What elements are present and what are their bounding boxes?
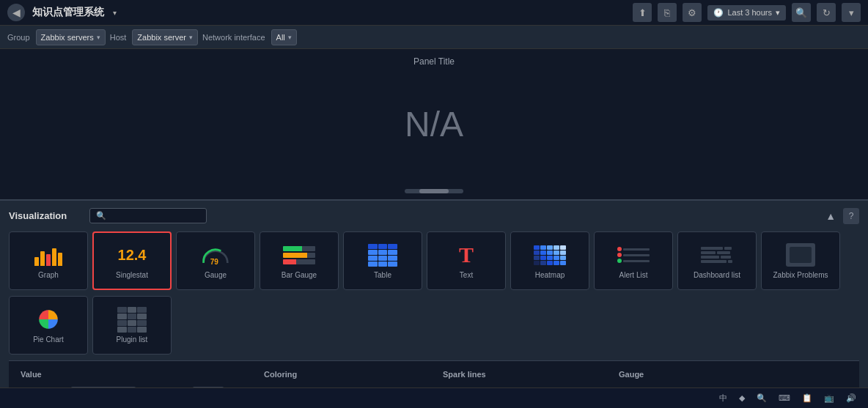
panel-title: Panel Title bbox=[413, 56, 455, 67]
piechart-label: Pie Chart bbox=[33, 335, 64, 344]
viz-card-table[interactable]: Table bbox=[343, 231, 422, 290]
search-icon[interactable]: 🔍 bbox=[792, 3, 811, 22]
taskbar-sound: 🔊 bbox=[842, 392, 861, 404]
singlestat-icon: 12.4 bbox=[116, 242, 148, 268]
pluginlist-label: Plugin list bbox=[117, 335, 148, 344]
host-select[interactable]: Zabbix server ▾ bbox=[132, 29, 198, 45]
taskbar: 中 ◆ 🔍 ⌨ 📋 📺 🔊 bbox=[0, 387, 868, 408]
time-label: Last 3 hours bbox=[727, 8, 772, 17]
pluginlist-icon bbox=[116, 306, 148, 333]
host-caret: ▾ bbox=[189, 34, 193, 41]
graph-icon bbox=[32, 242, 65, 268]
host-label: Host bbox=[110, 33, 127, 42]
text-icon: T bbox=[450, 242, 482, 268]
viz-card-alertlist[interactable]: Alert List bbox=[594, 231, 673, 290]
piechart-icon bbox=[32, 306, 65, 333]
viz-card-graph[interactable]: Graph bbox=[9, 231, 88, 290]
gauge-icon: 79 bbox=[199, 242, 232, 268]
table-label: Table bbox=[374, 271, 391, 279]
gauge-label: Gauge bbox=[205, 271, 227, 279]
heatmap-icon bbox=[534, 242, 566, 268]
time-range[interactable]: 🕐 Last 3 hours ▾ bbox=[707, 5, 786, 21]
help-button[interactable]: ? bbox=[843, 208, 859, 224]
viz-card-piechart[interactable]: Pie Chart bbox=[9, 296, 88, 355]
viz-card-singlestat[interactable]: 12.4 Singlestat bbox=[92, 231, 172, 290]
search-icon: 🔍 bbox=[96, 211, 106, 220]
viz-grid-row2: Pie Chart Plugin list bbox=[9, 296, 859, 355]
sparklines-title: Spark lines bbox=[443, 370, 589, 379]
viz-card-gauge[interactable]: 79 Gauge bbox=[176, 231, 255, 290]
viz-card-bargauge[interactable]: Bar Gauge bbox=[260, 231, 339, 290]
value-section-title: Value bbox=[21, 370, 235, 379]
taskbar-display: 📺 bbox=[820, 392, 839, 404]
refresh-icon[interactable]: ↻ bbox=[817, 3, 836, 22]
taskbar-clipboard: 📋 bbox=[798, 392, 817, 404]
back-button[interactable]: ◀ bbox=[7, 4, 25, 21]
viz-card-text[interactable]: T Text bbox=[427, 231, 506, 290]
viz-card-pluginlist[interactable]: Plugin list bbox=[92, 296, 172, 355]
group-select[interactable]: Zabbix servers ▾ bbox=[36, 29, 106, 45]
bargauge-label: Bar Gauge bbox=[282, 271, 317, 279]
taskbar-search: 🔍 bbox=[752, 392, 771, 404]
refresh-caret[interactable]: ▾ bbox=[842, 3, 861, 22]
clock-icon: 🕐 bbox=[713, 8, 724, 18]
taskbar-icon1: ◆ bbox=[735, 392, 749, 404]
viz-panel: Visualization 🔍 ▲ ? bbox=[0, 199, 868, 408]
dashlist-icon bbox=[701, 242, 733, 268]
network-label: Network interface bbox=[202, 33, 265, 42]
zabbixproblems-label: Zabbix Problems bbox=[773, 271, 828, 279]
main-panel: Panel Title N/A bbox=[0, 49, 868, 199]
navbar: ◀ 知识点管理系统 ▾ ⬆ ⎘ ⚙ 🕐 Last 3 hours ▾ 🔍 ↻ ▾ bbox=[0, 0, 868, 26]
panel-value: N/A bbox=[405, 104, 463, 144]
filterbar: Group Zabbix servers ▾ Host Zabbix serve… bbox=[0, 26, 868, 49]
viz-header: Visualization 🔍 ▲ ? bbox=[9, 208, 859, 224]
singlestat-label: Singlestat bbox=[116, 271, 148, 279]
group-caret: ▾ bbox=[97, 34, 100, 41]
app-title: 知识点管理系统 bbox=[32, 6, 104, 19]
viz-search-input[interactable] bbox=[110, 212, 198, 220]
group-label: Group bbox=[7, 33, 30, 42]
viz-title: Visualization bbox=[9, 210, 82, 221]
network-caret: ▾ bbox=[288, 34, 292, 41]
collapse-icon[interactable]: ▲ bbox=[825, 210, 836, 222]
copy-icon[interactable]: ⎘ bbox=[658, 3, 677, 22]
coloring-title: Coloring bbox=[264, 370, 413, 379]
navbar-left: ◀ 知识点管理系统 ▾ bbox=[7, 4, 633, 21]
title-caret[interactable]: ▾ bbox=[113, 9, 117, 17]
dashlist-label: Dashboard list bbox=[694, 271, 740, 279]
gauge-settings-title: Gauge bbox=[619, 370, 765, 379]
heatmap-label: Heatmap bbox=[535, 271, 565, 279]
viz-grid-row1: Graph 12.4 Singlestat 79 Gauge bbox=[9, 231, 859, 290]
scrollbar[interactable] bbox=[405, 189, 463, 193]
alertlist-label: Alert List bbox=[619, 271, 648, 279]
navbar-right: ⬆ ⎘ ⚙ 🕐 Last 3 hours ▾ 🔍 ↻ ▾ bbox=[633, 3, 861, 22]
network-select[interactable]: All ▾ bbox=[271, 29, 297, 45]
scrollbar-thumb bbox=[419, 189, 449, 193]
share-icon[interactable]: ⬆ bbox=[633, 3, 652, 22]
viz-card-dashlist[interactable]: Dashboard list bbox=[677, 231, 757, 290]
table-icon bbox=[367, 242, 399, 268]
settings-icon[interactable]: ⚙ bbox=[683, 3, 702, 22]
taskbar-lang: 中 bbox=[715, 391, 732, 405]
time-caret: ▾ bbox=[776, 8, 780, 18]
viz-search-box[interactable]: 🔍 bbox=[89, 208, 207, 223]
bargauge-icon bbox=[283, 242, 315, 268]
text-label: Text bbox=[460, 271, 473, 279]
svg-text:79: 79 bbox=[210, 258, 219, 266]
viz-card-heatmap[interactable]: Heatmap bbox=[510, 231, 589, 290]
alertlist-icon bbox=[617, 242, 650, 268]
graph-label: Graph bbox=[38, 271, 59, 279]
zabbixproblems-icon bbox=[784, 242, 817, 268]
taskbar-keyboard: ⌨ bbox=[774, 392, 795, 404]
viz-card-zabbixproblems[interactable]: Zabbix Problems bbox=[761, 231, 840, 290]
